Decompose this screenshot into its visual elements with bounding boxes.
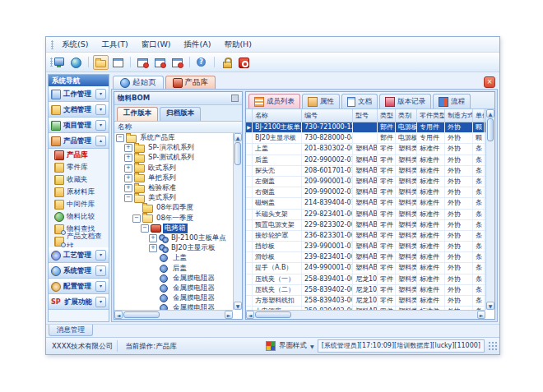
column-header[interactable]: 名称: [253, 109, 302, 122]
sidebar-item-intermediate-library[interactable]: 中间件库: [49, 198, 109, 210]
sidebar-item-part-library[interactable]: 零件库: [49, 161, 109, 173]
tree-node[interactable]: −08年一季度: [114, 214, 233, 224]
sidebar-group-work[interactable]: 工作管理 ▾: [49, 86, 109, 102]
table-row[interactable]: 提手（A.B）249-990001-01X塑料ABS零件塑料类标准件外协条: [246, 263, 485, 274]
dropdown-arrow-icon[interactable]: ▼: [310, 344, 314, 349]
scroll-down-icon[interactable]: ▼: [234, 302, 242, 310]
exit-icon[interactable]: [236, 55, 252, 70]
column-header[interactable]: 类型: [378, 109, 396, 122]
scroll-track[interactable]: [160, 311, 225, 319]
collapse-minus-icon[interactable]: −: [141, 224, 149, 233]
pin-icon[interactable]: [231, 95, 239, 102]
chevron-icon[interactable]: ▴: [95, 136, 106, 146]
collapse-minus-icon[interactable]: −: [116, 134, 124, 142]
tree-horizontal-scrollbar[interactable]: ◄ ►: [114, 310, 233, 319]
column-header[interactable]: 单位: [473, 109, 485, 122]
tree-node[interactable]: 金属膜电阻器: [114, 274, 233, 284]
tree-node[interactable]: +检验标准: [114, 183, 233, 193]
menu-item[interactable]: 系统(S): [60, 39, 90, 51]
chevron-icon[interactable]: ▾: [95, 120, 106, 131]
column-header[interactable]: 类别: [396, 109, 417, 122]
tree-node[interactable]: +欧式系列: [114, 164, 233, 173]
chevron-icon[interactable]: ▾: [95, 104, 106, 115]
window-save-icon[interactable]: [152, 55, 168, 70]
table-row[interactable]: BJ20主显示板730-828000-04X部件电源板专用件外协颗: [246, 133, 485, 144]
scroll-thumb[interactable]: [255, 311, 291, 318]
scroll-left-icon[interactable]: ◄: [114, 311, 123, 319]
sidebar-group-document[interactable]: 文档管理 ▾: [49, 102, 109, 118]
sidebar-item-material-compare[interactable]: 物料比较: [49, 210, 109, 223]
help-icon[interactable]: [194, 55, 210, 70]
table-row[interactable]: 挡纱板239-990001-01X塑料ABS零件塑料类标准件外协条: [246, 242, 485, 252]
tree-node[interactable]: 金属膜电阻器: [114, 293, 233, 303]
tree-node[interactable]: +单把系列: [114, 173, 233, 183]
grid-vertical-scrollbar[interactable]: ▲ ▼: [485, 109, 494, 310]
sidebar-item-favorites[interactable]: 收藏夹: [49, 173, 109, 186]
tree-column-header[interactable]: 名称: [114, 122, 242, 133]
message-management-tab[interactable]: 消息管理: [49, 325, 93, 336]
tab-workflow[interactable]: 流程: [433, 94, 471, 108]
scroll-up-icon[interactable]: ▲: [486, 109, 494, 118]
scroll-down-icon[interactable]: ▼: [486, 302, 494, 310]
grid-horizontal-scrollbar[interactable]: ◄ ►: [246, 310, 485, 319]
menu-item[interactable]: 工具(T): [100, 39, 129, 51]
table-row[interactable]: 方形塑料线扣258-839403-00X尼龙1010零件塑料类标准件外协条: [246, 296, 485, 307]
interface-style-label[interactable]: 界面样式: [279, 341, 307, 351]
sidebar-group-craft[interactable]: 工艺管理 ▾: [49, 247, 109, 263]
scroll-left-icon[interactable]: ◄: [246, 311, 254, 319]
scroll-track[interactable]: [292, 311, 477, 319]
sidebar-group-config[interactable]: 配置管理 ▾: [49, 279, 109, 294]
expand-plus-icon[interactable]: +: [149, 244, 157, 252]
table-row[interactable]: 压线夹（一）258-839401-00X尼龙1010零件塑料类标准件外协条: [246, 274, 485, 285]
menu-item[interactable]: 帮助(H): [222, 39, 253, 51]
tree-node[interactable]: −美式系列: [114, 193, 233, 203]
tree-node[interactable]: +BJ-2100主板单点: [114, 233, 233, 243]
tab-documents[interactable]: 文档: [341, 94, 378, 108]
close-tab-icon[interactable]: ×: [484, 76, 495, 88]
sidebar-item-raw-material-library[interactable]: 原材料库: [49, 186, 109, 198]
sidebar-group-system[interactable]: 系统管理 ▾: [49, 263, 109, 279]
table-row[interactable]: 接纱轮护罩236-823301-00X塑料ABS零件塑料类标准件外协条: [246, 231, 485, 242]
menu-item[interactable]: 插件(A): [182, 39, 212, 51]
expand-plus-icon[interactable]: +: [124, 184, 132, 192]
windows-icon[interactable]: [110, 55, 126, 70]
table-row[interactable]: ▶BJ-2100主板单点730-721000-12X部件电源板专用件外协颗: [246, 122, 485, 133]
table-row[interactable]: 探头壳208-601701-01X塑料ABS零件塑料类标准件外协条: [246, 166, 485, 177]
scroll-track[interactable]: [486, 142, 494, 302]
table-row[interactable]: 预置电源支架229-823302-00X塑料ABS零件塑料类标准件外协条: [246, 220, 485, 231]
folder-open-icon[interactable]: [93, 55, 109, 70]
chevron-icon[interactable]: ▾: [95, 89, 106, 99]
menubar-grip[interactable]: [51, 40, 53, 49]
table-row[interactable]: 磁钢盖214-839404-01X塑料ABS零件塑料类标准件外协条: [246, 198, 485, 209]
tree-node[interactable]: 上盖: [114, 253, 233, 263]
tab-product-library[interactable]: 产品库: [165, 76, 216, 89]
table-row[interactable]: 右侧盖209-990002-01X塑料ABS零件塑料类标准件外协条: [246, 187, 485, 198]
tree-node[interactable]: +SP-演示机系列: [114, 143, 233, 153]
tab-member-list[interactable]: 成员列表: [248, 94, 300, 108]
table-row[interactable]: 滑纱板239-823401-00X塑料ABS零件塑料类标准件外协条: [246, 252, 485, 263]
tree-node[interactable]: 金属膜电阻器: [114, 284, 233, 293]
collapse-minus-icon[interactable]: −: [132, 214, 141, 223]
tree-node[interactable]: 后盖: [114, 263, 233, 273]
table-row[interactable]: 上盖201-830302-00X塑料ABS零件塑料类标准件外协条: [246, 144, 485, 154]
window-refresh-icon[interactable]: [169, 55, 185, 70]
expand-plus-icon[interactable]: +: [124, 174, 132, 182]
column-header[interactable]: 型号: [353, 109, 378, 122]
scroll-right-icon[interactable]: ►: [477, 311, 485, 319]
lock-icon[interactable]: [219, 55, 234, 70]
sidebar-group-product[interactable]: 产品管理 ▴: [49, 133, 109, 149]
tree-node[interactable]: +SP-测试机系列: [114, 153, 233, 163]
sidebar-group-project[interactable]: 项目管理 ▾: [49, 118, 109, 133]
sidebar-group-extension[interactable]: 扩展功能 ▾: [49, 294, 109, 310]
expand-plus-icon[interactable]: +: [124, 164, 132, 173]
sidebar-item-product-library[interactable]: 产品库: [49, 149, 109, 161]
tab-version-history[interactable]: 版本记录: [379, 94, 431, 108]
tree-node[interactable]: 08年四季度: [114, 203, 233, 213]
chevron-icon[interactable]: ▾: [95, 281, 106, 292]
expand-plus-icon[interactable]: +: [124, 144, 132, 152]
table-row[interactable]: 左侧盖209-990001-01X塑料ABS零件塑料类标准件外协条: [246, 177, 485, 187]
expand-plus-icon[interactable]: +: [124, 154, 132, 162]
chevron-icon[interactable]: ▾: [95, 250, 106, 261]
resize-grip[interactable]: [488, 341, 498, 351]
expand-plus-icon[interactable]: +: [149, 234, 157, 242]
